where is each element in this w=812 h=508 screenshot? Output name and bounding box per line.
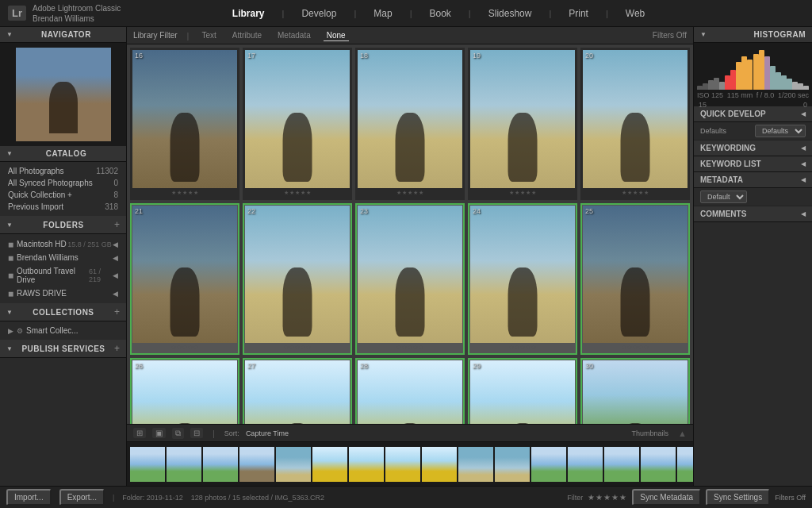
photo-stars: ★★★★★ — [509, 343, 536, 352]
nav-develop[interactable]: Develop — [298, 6, 339, 21]
catalog-synced-photos[interactable]: All Synced Photographs 0 — [0, 177, 126, 189]
photo-cell[interactable]: 19★★★★★ — [468, 48, 577, 200]
navigator-preview — [0, 43, 126, 146]
nav-web[interactable]: Web — [622, 6, 648, 21]
filmstrip-thumb[interactable] — [531, 447, 566, 482]
photo-cell[interactable]: 16★★★★★ — [130, 48, 239, 200]
filmstrip-thumb[interactable] — [641, 447, 676, 482]
photo-cell[interactable]: 24★★★★★ — [468, 203, 577, 356]
photo-grid: 16★★★★★17★★★★★18★★★★★19★★★★★20★★★★★21★★★… — [130, 48, 690, 424]
folder-macintosh-hd[interactable]: ◼ Macintosh HD 15.8 / 251 GB ◀ — [0, 237, 126, 251]
export-button[interactable]: Export... — [59, 489, 105, 506]
nav-slideshow[interactable]: Slideshow — [485, 6, 535, 21]
comments-header[interactable]: Comments ◀ — [694, 206, 812, 222]
filmstrip-thumb[interactable] — [167, 447, 201, 482]
sync-settings-button[interactable]: Sync Settings — [706, 489, 770, 506]
photo-cell[interactable]: 18★★★★★ — [355, 48, 465, 200]
metadata-dropdown[interactable]: Default — [700, 190, 747, 203]
filmstrip-thumb[interactable] — [349, 447, 384, 482]
nav-book[interactable]: Book — [427, 6, 454, 21]
quick-develop-header[interactable]: Quick Develop ◀ — [694, 106, 812, 122]
photo-cell[interactable]: 28★★★★★ — [355, 358, 465, 424]
folders-add-icon[interactable]: + — [114, 219, 120, 230]
filmstrip-thumb[interactable] — [422, 447, 457, 482]
status-bar: Import... Export... | Folder: 2019-11-12… — [0, 486, 812, 508]
filmstrip-photos[interactable] — [127, 442, 693, 486]
filmstrip-thumb[interactable] — [385, 447, 420, 482]
folder-info: Folder: 2019-11-12 — [122, 494, 183, 502]
sort-label: Sort: — [224, 429, 239, 437]
photo-cell[interactable]: 30★★★★★ — [580, 358, 690, 424]
filmstrip-thumb[interactable] — [677, 447, 693, 482]
filmstrip-thumb[interactable] — [239, 447, 274, 482]
filmstrip-thumb[interactable] — [312, 447, 347, 482]
filmstrip-compare-view-btn[interactable]: ⧉ — [172, 428, 184, 439]
sync-metadata-button[interactable]: Sync Metadata — [632, 489, 701, 506]
navigator-header[interactable]: ▼ Navigator — [0, 27, 126, 43]
histogram-info: ISO 125 115 mm f / 8.0 1/200 sec — [697, 90, 809, 101]
filmstrip-thumb[interactable] — [495, 447, 530, 482]
photo-cell[interactable]: 25★★★★★ — [580, 203, 690, 356]
photo-grid-container[interactable]: 16★★★★★17★★★★★18★★★★★19★★★★★20★★★★★21★★★… — [127, 44, 693, 424]
defaults-label: Defaults — [700, 127, 726, 135]
metadata-defaults-row: Default — [694, 188, 812, 206]
photo-cell[interactable]: 27★★★★★ — [243, 358, 352, 424]
filmstrip-thumb[interactable] — [458, 447, 493, 482]
publish-services-header[interactable]: ▼ Publish Services + — [0, 340, 126, 358]
catalog-title: Catalog — [46, 149, 86, 158]
filter-tab-attribute[interactable]: Attribute — [229, 30, 265, 40]
collections-header[interactable]: ▼ Collections + — [0, 303, 126, 321]
photo-cell[interactable]: 26★★★★★ — [130, 358, 239, 424]
keywording-collapse-icon: ◀ — [801, 144, 806, 152]
photo-thumbnail: 18 — [358, 50, 462, 188]
photo-cell[interactable]: 29★★★★★ — [468, 358, 577, 424]
catalog-quick-collection[interactable]: Quick Collection + 8 — [0, 189, 126, 201]
keywording-header[interactable]: Keywording ◀ — [694, 140, 812, 156]
import-button[interactable]: Import... — [6, 489, 52, 506]
filter-tab-none[interactable]: None — [324, 30, 349, 41]
collections-add-icon[interactable]: + — [114, 306, 120, 318]
filmstrip-thumb[interactable] — [203, 447, 238, 482]
filmstrip-thumb[interactable] — [604, 447, 639, 482]
hard-drive-icon-4: ◼ — [8, 290, 13, 298]
filmstrip-grid-view-btn[interactable]: ⊞ — [133, 428, 146, 438]
photo-number-label: 19 — [473, 52, 481, 60]
folder-raws-drive[interactable]: ◼ RAWS DRIVE ◀ — [0, 287, 126, 300]
nav-library[interactable]: Library — [229, 6, 268, 21]
smart-collections-item[interactable]: ▶ ⚙ Smart Collec... — [0, 325, 126, 337]
metadata-header[interactable]: Metadata ◀ — [694, 172, 812, 188]
nav-map[interactable]: Map — [370, 6, 395, 21]
photo-cell[interactable]: 17★★★★★ — [243, 48, 352, 200]
filmstrip-survey-view-btn[interactable]: ⊟ — [190, 428, 203, 438]
keyword-list-header[interactable]: Keyword List ◀ — [694, 156, 812, 172]
photo-thumbnail: 26 — [132, 360, 237, 424]
catalog-previous-import[interactable]: Previous Import 318 — [0, 201, 126, 213]
folder-brendan-williams[interactable]: ◼ Brendan Williams ◀ — [0, 251, 126, 264]
filter-tab-text[interactable]: Text — [198, 30, 219, 40]
filmstrip-thumb[interactable] — [568, 447, 603, 482]
thumbnails-slider[interactable]: ▲ — [678, 429, 687, 438]
photo-cell[interactable]: 22★★★★★ — [243, 203, 352, 356]
quick-develop-defaults-row: Defaults Defaults — [694, 122, 812, 140]
collections-section: ▶ ⚙ Smart Collec... — [0, 321, 126, 340]
filmstrip-thumb[interactable] — [276, 447, 311, 482]
photo-cell[interactable]: 23★★★★★ — [355, 203, 465, 356]
filter-tab-metadata[interactable]: Metadata — [274, 30, 314, 40]
histogram-header[interactable]: ▼ Histogram — [694, 27, 812, 43]
photo-thumbnail: 20 — [583, 50, 688, 188]
publish-add-icon[interactable]: + — [114, 343, 120, 354]
photo-number-label: 21 — [135, 207, 143, 215]
sort-value[interactable]: Capture Time — [246, 429, 289, 437]
nav-print[interactable]: Print — [565, 6, 592, 21]
defaults-dropdown[interactable]: Defaults — [755, 125, 806, 137]
folder-outbound-travel[interactable]: ◼ Outbound Travel Drive 61 / 219 ◀ — [0, 264, 126, 287]
filmstrip-thumb[interactable] — [130, 447, 165, 482]
photo-cell[interactable]: 20★★★★★ — [580, 48, 690, 200]
catalog-all-photos[interactable]: All Photographs 11302 — [0, 165, 126, 177]
photo-cell[interactable]: 21★★★★★ — [130, 203, 239, 356]
histogram-title: Histogram — [754, 30, 806, 39]
folders-header[interactable]: ▼ Folders + — [0, 216, 126, 234]
filmstrip-loupe-view-btn[interactable]: ▣ — [152, 428, 166, 438]
center-panel: Library Filter | Text Attribute Metadata… — [127, 27, 693, 486]
catalog-header[interactable]: ▼ Catalog — [0, 146, 126, 162]
